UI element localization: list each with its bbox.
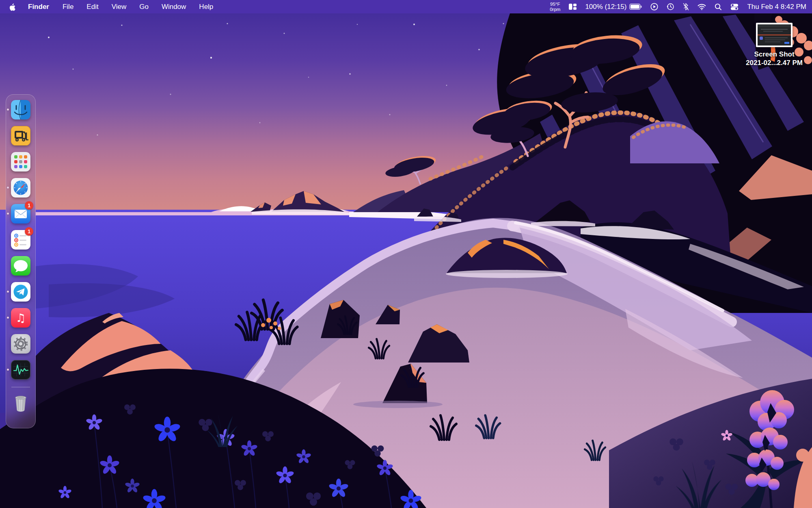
desktop[interactable]: Finder File Edit View Go Window Help 95°… bbox=[0, 0, 812, 508]
dock-item-mail[interactable]: 1 bbox=[11, 204, 30, 224]
running-indicator bbox=[7, 109, 9, 111]
dock-item-messages[interactable] bbox=[11, 256, 30, 276]
fan-speed-value: 0rpm bbox=[550, 7, 560, 12]
bluetooth-off-icon[interactable] bbox=[683, 3, 689, 11]
safari-icon bbox=[11, 178, 30, 198]
dock-item-transmit[interactable] bbox=[11, 126, 30, 145]
dock-item-safari[interactable] bbox=[11, 178, 30, 198]
control-center-icon[interactable] bbox=[730, 4, 739, 10]
window-tiler-icon[interactable] bbox=[569, 4, 577, 10]
play-circle-icon[interactable] bbox=[650, 3, 658, 11]
menu-go[interactable]: Go bbox=[133, 3, 155, 11]
trash-icon bbox=[11, 393, 30, 412]
svg-text:♫: ♫ bbox=[15, 311, 26, 325]
menu-help[interactable]: Help bbox=[192, 3, 220, 11]
running-indicator bbox=[7, 291, 9, 293]
system-preferences-icon bbox=[11, 334, 30, 354]
menu-window[interactable]: Window bbox=[155, 3, 192, 11]
temperature-value: 95°F bbox=[550, 2, 560, 7]
apple-menu-icon[interactable] bbox=[9, 3, 15, 11]
temperature-fan-status[interactable]: 95°F 0rpm bbox=[550, 2, 560, 12]
battery-status[interactable]: 100% (12:15) bbox=[585, 3, 642, 11]
running-indicator bbox=[7, 317, 9, 319]
menu-bar: Finder File Edit View Go Window Help 95°… bbox=[0, 0, 812, 13]
battery-percent-label: 100% (12:15) bbox=[585, 3, 626, 11]
dock-item-telegram[interactable] bbox=[11, 282, 30, 302]
battery-icon bbox=[629, 4, 642, 10]
running-indicator bbox=[7, 213, 9, 215]
desktop-file-screenshot[interactable]: Screen Shot 2021-02...2.47 PM bbox=[740, 23, 809, 67]
menu-view[interactable]: View bbox=[105, 3, 133, 11]
running-indicator bbox=[7, 369, 9, 371]
menu-finder[interactable]: Finder bbox=[21, 3, 56, 11]
messages-icon bbox=[11, 256, 30, 276]
dock-item-system-preferences[interactable] bbox=[11, 334, 30, 354]
running-indicator bbox=[7, 187, 9, 189]
dock-item-music[interactable]: ♫ bbox=[11, 308, 30, 328]
dock-item-launchpad[interactable] bbox=[11, 152, 30, 172]
finder-icon bbox=[11, 100, 30, 119]
activity-monitor-icon bbox=[11, 360, 30, 380]
wifi-icon[interactable] bbox=[698, 4, 706, 10]
wallpaper bbox=[0, 0, 812, 508]
spotlight-icon[interactable] bbox=[715, 3, 722, 11]
dock-separator bbox=[11, 387, 30, 387]
music-icon: ♫ bbox=[11, 308, 30, 328]
dock-item-reminders[interactable]: 1 bbox=[11, 230, 30, 250]
file-label-line1: Screen Shot bbox=[740, 50, 809, 59]
time-machine-icon[interactable] bbox=[667, 3, 674, 11]
menu-file[interactable]: File bbox=[56, 3, 80, 11]
launchpad-icon bbox=[11, 152, 30, 172]
dock-item-activity-monitor[interactable] bbox=[11, 360, 30, 380]
menu-edit[interactable]: Edit bbox=[80, 3, 105, 11]
menu-bar-clock[interactable]: Thu Feb 4 8:42 PM bbox=[747, 3, 806, 11]
dock-item-finder[interactable] bbox=[11, 100, 30, 119]
file-label-line2: 2021-02...2.47 PM bbox=[740, 59, 809, 67]
screenshot-thumbnail bbox=[756, 23, 793, 47]
notification-badge: 1 bbox=[25, 201, 33, 210]
dock: 1 1 bbox=[6, 94, 36, 428]
telegram-icon bbox=[11, 282, 30, 302]
dock-item-trash[interactable] bbox=[11, 393, 30, 412]
transmit-icon bbox=[11, 126, 30, 145]
notification-badge: 1 bbox=[25, 227, 33, 236]
